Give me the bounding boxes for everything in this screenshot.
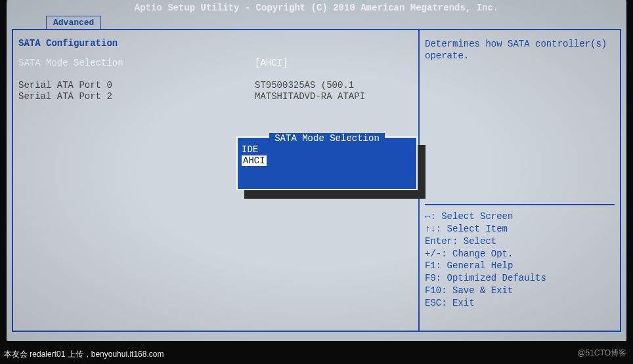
help-key-esc: ESC: Exit — [425, 297, 615, 310]
popup-option-ide[interactable]: IDE — [240, 144, 414, 155]
help-key-enter: Enter: Select — [425, 235, 615, 248]
bios-screen: Aptio Setup Utility - Copyright (C) 2010… — [7, 0, 626, 341]
tab-row: Advanced — [7, 16, 626, 29]
port-label: Serial ATA Port 0 — [18, 80, 255, 91]
port-row: Serial ATA Port 2 MATSHITADVD-RA ATAPI — [18, 91, 413, 102]
help-key-screen: ↔: Select Screen — [425, 211, 615, 223]
sata-mode-popup: SATA Mode Selection IDE AHCI — [236, 136, 418, 190]
help-key-f9: F9: Optimized Defaults — [425, 272, 615, 285]
watermark: @51CTO博客 — [577, 348, 626, 359]
header-title: Aptio Setup Utility - Copyright (C) 2010… — [7, 0, 626, 16]
port-label: Serial ATA Port 2 — [18, 91, 255, 102]
help-key-f10: F10: Save & Exit — [425, 285, 615, 297]
port-value: ST9500325AS (500.1 — [255, 80, 354, 91]
port-row: Serial ATA Port 0 ST9500325AS (500.1 — [18, 80, 413, 91]
help-keys: ↔: Select Screen ↑↓: Select Item Enter: … — [425, 204, 615, 323]
help-key-item: ↑↓: Select Item — [425, 223, 615, 235]
section-title: SATA Configuration — [18, 38, 413, 49]
sata-mode-label: SATA Mode Selection — [18, 58, 255, 68]
help-key-f1: F1: General Help — [425, 260, 615, 272]
help-description: Determines how SATA controller(s) operat… — [425, 38, 615, 62]
right-pane: Determines how SATA controller(s) operat… — [420, 30, 620, 331]
port-value: MATSHITADVD-RA ATAPI — [255, 91, 365, 102]
footer-text: 本友会 redalert01 上传，benyouhui.it168.com — [4, 349, 164, 360]
sata-mode-value: [AHCI] — [255, 58, 288, 68]
tab-advanced[interactable]: Advanced — [46, 16, 101, 29]
help-key-change: +/-: Change Opt. — [425, 248, 615, 260]
popup-option-ahci[interactable]: AHCI — [240, 155, 268, 166]
popup-title: SATA Mode Selection — [269, 133, 385, 144]
sata-mode-row[interactable]: SATA Mode Selection [AHCI] — [18, 58, 413, 68]
